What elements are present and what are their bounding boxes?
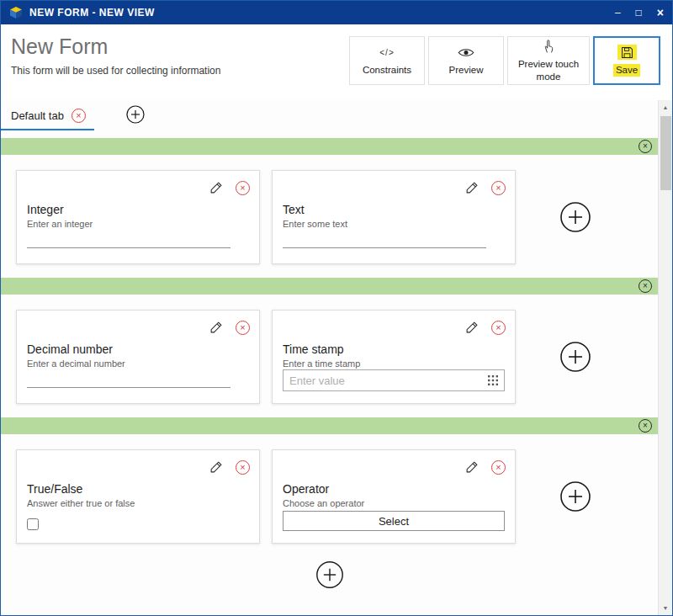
card-actions: × (209, 459, 250, 475)
eye-icon (458, 45, 474, 60)
plus-icon (315, 560, 344, 589)
form-row-section-3: × × (1, 417, 658, 544)
tab-default[interactable]: Default tab × (1, 104, 94, 130)
form-header: New Form This form will be used for coll… (1, 24, 672, 100)
delete-field-icon[interactable]: × (236, 321, 250, 335)
field-description: Enter some text (283, 219, 505, 229)
preview-button[interactable]: Preview (428, 36, 504, 85)
delete-field-icon[interactable]: × (491, 181, 506, 195)
add-row-button[interactable] (315, 560, 344, 589)
field-label: Integer (27, 203, 249, 216)
field-card-decimal: × Decimal number Enter a decimal number (16, 310, 260, 404)
plus-icon (126, 105, 145, 124)
field-description: Enter a decimal number (27, 358, 249, 369)
add-field-button[interactable] (559, 481, 591, 512)
card-actions: × (209, 320, 250, 335)
scroll-up-icon[interactable]: ▲ (659, 100, 672, 114)
field-description: Answer either true or false (27, 498, 249, 508)
delete-field-icon[interactable]: × (491, 321, 506, 335)
app-logo-icon (9, 6, 23, 19)
field-label: Text (283, 203, 505, 216)
close-button[interactable]: × (657, 7, 664, 19)
close-tab-icon[interactable]: × (72, 109, 86, 123)
card-actions: × (464, 320, 506, 335)
decimal-input[interactable] (27, 378, 231, 388)
datetime-picker-icon[interactable] (488, 375, 498, 385)
card-actions: × (464, 180, 506, 195)
form-header-text: New Form This form will be used for coll… (11, 35, 220, 77)
integer-input[interactable] (27, 238, 231, 248)
row-header: × (1, 278, 658, 295)
constraints-label: Constraints (363, 64, 411, 76)
field-description: Enter an integer (27, 219, 249, 229)
constraints-button[interactable]: </> Constraints (349, 36, 425, 85)
delete-row-icon[interactable]: × (639, 419, 652, 433)
text-input[interactable] (283, 238, 486, 248)
edit-field-icon[interactable] (464, 459, 480, 475)
delete-row-icon[interactable]: × (639, 140, 652, 153)
field-description: Choose an operator (283, 498, 505, 508)
tab-bar: Default tab × (1, 100, 658, 130)
cards-row: × Integer Enter an integer (1, 170, 658, 264)
delete-field-icon[interactable]: × (236, 460, 250, 475)
form-row-section-2: × × (1, 278, 658, 404)
field-card-integer: × Integer Enter an integer (16, 170, 260, 264)
code-icon: </> (379, 45, 394, 60)
field-label: Decimal number (27, 343, 249, 356)
delete-row-icon[interactable]: × (639, 279, 652, 293)
plus-icon (559, 481, 591, 512)
plus-icon (559, 341, 591, 373)
scroll-down-icon[interactable]: ▼ (659, 601, 672, 615)
tab-label: Default tab (11, 109, 64, 122)
save-floppy-icon (617, 45, 637, 60)
page-title: New Form (11, 35, 220, 59)
timestamp-input-box (283, 369, 505, 391)
field-card-text: × Text Enter some text (272, 170, 516, 264)
edit-field-icon[interactable] (209, 459, 224, 475)
window-title: NEW FORM - NEW VIEW (29, 7, 608, 19)
scrollbar-thumb[interactable] (660, 116, 671, 190)
preview-touch-mode-label: Preview touch mode (510, 58, 587, 82)
row-header: × (1, 417, 658, 434)
window-controls: – □ × (615, 7, 664, 19)
touch-hand-icon (543, 39, 554, 54)
edit-field-icon[interactable] (464, 180, 480, 195)
form-canvas: Default tab × × (1, 100, 658, 615)
plus-icon (559, 201, 591, 233)
form-body: Default tab × × (1, 100, 672, 615)
rows-container: × × (1, 130, 658, 589)
field-description: Enter a time stamp (283, 358, 505, 369)
truefalse-checkbox[interactable] (27, 518, 39, 530)
add-tab-button[interactable] (126, 105, 145, 124)
edit-field-icon[interactable] (209, 180, 224, 195)
titlebar: NEW FORM - NEW VIEW – □ × (1, 1, 672, 24)
delete-field-icon[interactable]: × (236, 181, 250, 195)
save-label: Save (613, 64, 640, 76)
add-field-button[interactable] (559, 341, 591, 373)
card-actions: × (209, 180, 250, 195)
form-row-section-1: × × (1, 138, 658, 264)
cards-row: × True/False Answer either true or false (1, 449, 658, 544)
field-card-timestamp: × Time stamp Enter a time stamp (272, 310, 516, 404)
field-label: Operator (283, 482, 505, 496)
add-row-area (1, 560, 658, 589)
add-field-button[interactable] (559, 201, 591, 233)
cards-row: × Decimal number Enter a decimal number (1, 310, 658, 404)
vertical-scrollbar: ▲ ▼ (658, 100, 672, 615)
row-header: × (1, 138, 658, 155)
maximize-button[interactable]: □ (636, 8, 642, 18)
edit-field-icon[interactable] (464, 320, 480, 335)
page-subtitle: This form will be used for collecting in… (11, 65, 220, 77)
minimize-button[interactable]: – (615, 8, 621, 18)
delete-field-icon[interactable]: × (491, 460, 506, 475)
edit-field-icon[interactable] (209, 320, 224, 335)
app-window: NEW FORM - NEW VIEW – □ × New Form This … (0, 0, 673, 616)
timestamp-input[interactable] (289, 374, 488, 387)
preview-touch-mode-button[interactable]: Preview touch mode (507, 36, 590, 85)
field-card-truefalse: × True/False Answer either true or false (16, 449, 260, 544)
field-label: Time stamp (283, 343, 505, 356)
preview-label: Preview (449, 64, 484, 76)
field-card-operator: × Operator Choose an operator Select (272, 449, 516, 544)
operator-select-button[interactable]: Select (283, 511, 505, 531)
save-button[interactable]: Save (593, 36, 660, 85)
